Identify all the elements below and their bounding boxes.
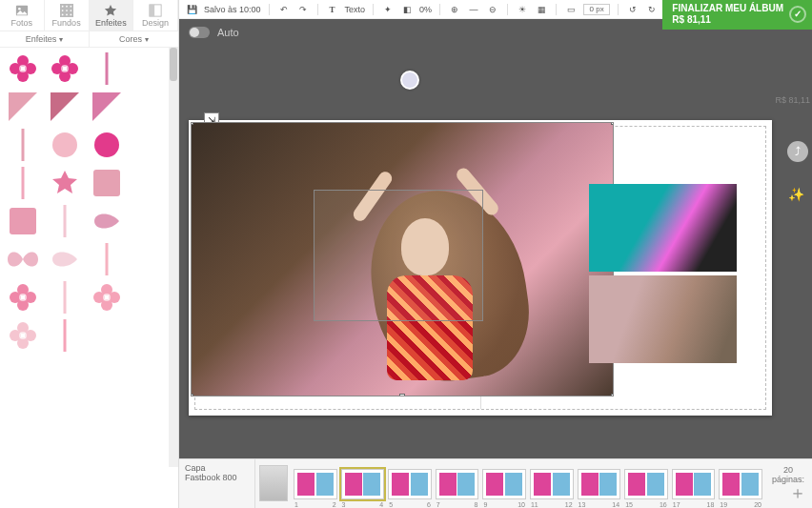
ornament-item[interactable] [4, 242, 42, 276]
auto-toggle[interactable] [189, 27, 210, 38]
filter-cores[interactable]: Cores▾ [90, 31, 178, 47]
chevron-down-icon: ▾ [145, 35, 149, 44]
add-page-button[interactable]: ＋ [789, 481, 806, 504]
ornament-item[interactable] [88, 51, 126, 86]
scroll-thumb[interactable] [170, 48, 177, 81]
opacity-icon[interactable]: ◧ [400, 3, 414, 16]
svg-point-11 [70, 13, 71, 15]
ornament-item[interactable] [88, 242, 126, 276]
effects-icon[interactable]: ✦ [381, 3, 395, 16]
finalize-album-button[interactable]: FINALIZAR MEU ÁLBUM R$ 81,11 ✓ [662, 0, 812, 30]
star-icon [104, 4, 117, 17]
finalize-title: FINALIZAR MEU ÁLBUM [672, 3, 783, 14]
svg-point-43 [103, 294, 111, 301]
ornament-item[interactable] [4, 166, 42, 200]
brightness-icon[interactable]: ☀ [516, 3, 529, 16]
ornament-item[interactable] [46, 242, 84, 276]
resize-handle[interactable] [191, 122, 193, 125]
rotate-right-icon[interactable]: ↻ [645, 3, 659, 16]
page-thumbnail[interactable]: 910 [482, 469, 526, 499]
ornament-item[interactable] [88, 166, 126, 200]
sidebar-filters: Enfeites▾ Cores▾ [0, 30, 178, 48]
px-value: 0 px [590, 5, 604, 13]
ornament-item[interactable] [46, 51, 84, 86]
redo-button[interactable]: ↷ [296, 3, 310, 16]
sidebar-tab-label: Design [142, 18, 169, 28]
svg-point-1 [18, 7, 21, 10]
filter-enfeites[interactable]: Enfeites▾ [0, 31, 90, 47]
page-thumbnail[interactable]: 1112 [530, 469, 574, 499]
border-icon[interactable]: ▭ [564, 3, 578, 16]
page-thumbnail[interactable]: 78 [436, 469, 479, 499]
ornament-item[interactable] [88, 90, 126, 124]
crop-selection[interactable] [314, 190, 483, 321]
text-tool-icon[interactable]: T [326, 3, 339, 16]
page-thumbnail[interactable]: 1920 [719, 469, 762, 499]
image-icon [15, 4, 29, 17]
border-px-input[interactable]: 0 px [583, 4, 610, 15]
cover-thumbnail[interactable] [259, 465, 288, 501]
resize-handle[interactable] [611, 122, 614, 125]
zoom-in-icon[interactable]: ⊕ [448, 3, 461, 16]
svg-rect-49 [64, 319, 67, 352]
resize-handle[interactable] [399, 394, 405, 396]
svg-point-26 [52, 132, 77, 157]
resize-handle[interactable] [191, 394, 193, 396]
svg-rect-31 [64, 205, 67, 237]
ornament-item[interactable] [88, 280, 126, 315]
svg-point-27 [94, 132, 119, 157]
check-icon: ✓ [789, 6, 806, 23]
ornament-item[interactable] [4, 90, 42, 124]
opacity-value: 0% [419, 5, 432, 14]
share-icon[interactable]: ⤴ [787, 141, 808, 162]
ornament-item[interactable] [4, 51, 42, 86]
sidebar-tab-enfeites[interactable]: Enfeites [90, 0, 134, 30]
sidebar-scrollbar[interactable] [169, 48, 178, 467]
ornament-item[interactable] [4, 318, 42, 353]
canvas-area[interactable]: R$ 81,11 ⤴ ✨ ⇲ [179, 46, 812, 458]
svg-point-3 [61, 5, 63, 7]
ornament-item[interactable] [46, 90, 84, 124]
ornament-item[interactable] [4, 128, 42, 162]
svg-point-23 [61, 65, 69, 72]
page-thumbnail[interactable]: 1718 [672, 469, 716, 499]
collaborator-avatar[interactable] [400, 71, 419, 90]
ornament-item[interactable] [46, 318, 84, 353]
secondary-photo-1[interactable] [589, 184, 737, 272]
zoom-out-icon[interactable]: ⊖ [486, 3, 499, 16]
image-adjust-icon[interactable]: ▦ [535, 3, 548, 16]
svg-rect-32 [106, 243, 109, 275]
ornament-item[interactable] [46, 166, 84, 200]
ornament-item[interactable] [46, 204, 84, 238]
secondary-photo-2[interactable] [589, 275, 737, 363]
ornament-item[interactable] [88, 204, 126, 238]
svg-rect-13 [150, 4, 154, 15]
ornament-item[interactable] [4, 280, 42, 315]
zoom-slider[interactable]: — [467, 3, 480, 16]
rotate-left-icon[interactable]: ↺ [626, 3, 639, 16]
page-thumbnail[interactable]: 1314 [578, 469, 621, 499]
ornament-item[interactable] [88, 128, 126, 162]
sidebar-tab-fotos[interactable]: Fotos [0, 0, 45, 30]
svg-point-37 [19, 294, 27, 301]
ornament-item[interactable] [4, 204, 42, 238]
page-thumbnail[interactable]: 34 [341, 469, 385, 499]
svg-rect-25 [22, 129, 25, 161]
save-icon[interactable]: 💾 [185, 3, 198, 16]
page-thumbnail[interactable]: 12 [294, 469, 337, 499]
ornament-item[interactable] [46, 128, 84, 162]
resize-handle[interactable] [611, 394, 614, 396]
svg-rect-24 [106, 52, 109, 85]
save-status: Salvo às 10:00 [204, 5, 261, 14]
magic-wand-icon[interactable]: ✨ [788, 187, 804, 202]
sidebar-tab-design[interactable]: Design [133, 0, 178, 30]
price-echo: R$ 81,11 [775, 95, 810, 105]
left-sidebar: Fotos Fundos Enfeites Design Enfeites▾ C… [0, 0, 179, 508]
page-thumbnail[interactable]: 1516 [624, 469, 668, 499]
undo-button[interactable]: ↶ [277, 3, 291, 16]
cover-info: Capa Fastbook 800 [179, 459, 255, 508]
sidebar-tab-fundos[interactable]: Fundos [45, 0, 90, 30]
main-photo[interactable] [191, 122, 614, 396]
ornament-item[interactable] [46, 280, 84, 315]
page-thumbnail[interactable]: 56 [388, 469, 432, 499]
